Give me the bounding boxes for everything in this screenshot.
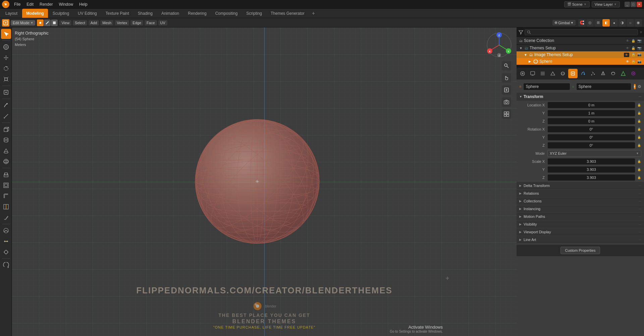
- rotation-x-lock[interactable]: 🔒: [637, 128, 641, 131]
- outliner-filter[interactable]: [519, 30, 523, 35]
- line-art-header[interactable]: ▶ Line Art ···: [517, 236, 644, 243]
- tool-annotate[interactable]: [1, 100, 11, 110]
- snap-toggle[interactable]: 🧲: [578, 19, 586, 27]
- prop-tab-output[interactable]: [528, 69, 537, 78]
- view-magnify[interactable]: [502, 61, 511, 70]
- collections-header[interactable]: ▶ Collections ···: [517, 197, 644, 205]
- tool-cursor[interactable]: [1, 42, 11, 52]
- transform-section-header[interactable]: ▼ Transform ···: [517, 93, 644, 101]
- transform-orientation[interactable]: ⊕ Gimbal ▼: [552, 20, 576, 26]
- shading-rendered[interactable]: ○: [627, 19, 634, 27]
- tool-bevel[interactable]: [1, 191, 11, 201]
- tool-knife[interactable]: [1, 212, 11, 223]
- shading-material[interactable]: ◑: [619, 19, 626, 27]
- tool-add-cone[interactable]: [1, 146, 11, 156]
- tool-measure[interactable]: [1, 111, 11, 121]
- xray-toggle[interactable]: ◧: [602, 19, 610, 27]
- scene-selector[interactable]: 🎬 Scene ▼: [564, 1, 590, 7]
- menu-window[interactable]: Window: [56, 1, 76, 7]
- prop-tab-data[interactable]: [619, 69, 628, 78]
- tool-transform[interactable]: [1, 87, 11, 97]
- view-camera[interactable]: [502, 97, 511, 107]
- prop-tab-view-layer[interactable]: [538, 69, 547, 78]
- location-z-field[interactable]: 0 m: [547, 118, 635, 125]
- vertex-menu[interactable]: Vertex: [115, 20, 129, 26]
- tool-shrink-fatten[interactable]: [1, 247, 11, 257]
- prop-tab-render[interactable]: [518, 69, 527, 78]
- edge-select-mode[interactable]: [44, 19, 51, 26]
- tool-inset[interactable]: [1, 180, 11, 190]
- add-menu[interactable]: Add: [89, 20, 99, 26]
- viewport-3d[interactable]: Right Orthographic (54) Sphere Meters: [12, 28, 517, 336]
- visibility-header[interactable]: ▶ Visibility ···: [517, 221, 644, 228]
- location-x-lock[interactable]: 🔒: [637, 103, 641, 107]
- custom-properties-button[interactable]: Custom Properties: [560, 247, 600, 254]
- menu-edit[interactable]: Edit: [24, 1, 36, 7]
- location-x-field[interactable]: 0 m: [547, 102, 635, 108]
- motion-paths-header[interactable]: ▶ Motion Paths ···: [517, 213, 644, 220]
- tab-layout[interactable]: Layout: [1, 9, 21, 18]
- rotation-z-field[interactable]: 0°: [547, 142, 635, 149]
- tool-rotate[interactable]: [1, 63, 11, 74]
- visibility-eye1[interactable]: 👁: [626, 39, 629, 43]
- tab-themes-generator[interactable]: Themes Generator: [267, 9, 309, 18]
- tab-animation[interactable]: Animation: [157, 9, 183, 18]
- prop-tab-constraints[interactable]: [608, 69, 618, 78]
- scale-z-lock[interactable]: 🔒: [637, 176, 641, 179]
- object-name-input[interactable]: Sphere: [523, 83, 570, 90]
- tool-move[interactable]: [1, 53, 11, 63]
- prop-tab-scene[interactable]: [548, 69, 557, 78]
- view-menu[interactable]: View: [59, 20, 71, 26]
- prop-tab-material[interactable]: [629, 69, 638, 78]
- rotation-mode-select[interactable]: XYZ Euler ▼: [547, 150, 641, 157]
- scale-x-field[interactable]: 3.903: [547, 158, 635, 165]
- visibility-restrict[interactable]: 🔒: [631, 39, 635, 43]
- menu-render[interactable]: Render: [37, 1, 55, 7]
- shading-eevee[interactable]: ◉: [635, 19, 642, 27]
- location-z-lock[interactable]: 🔒: [637, 119, 641, 123]
- prop-tab-modifier[interactable]: [578, 69, 588, 78]
- image-themes-collection[interactable]: ▼ 🗂 Image Themes Setup 👁 🔒 📷: [517, 51, 644, 58]
- vertex-select-mode[interactable]: [37, 19, 44, 26]
- face-select-mode[interactable]: [51, 19, 58, 26]
- tab-rendering[interactable]: Rendering: [184, 9, 210, 18]
- tab-texture-paint[interactable]: Texture Paint: [102, 9, 133, 18]
- scale-x-lock[interactable]: 🔒: [637, 160, 641, 163]
- edge-menu[interactable]: Edge: [130, 20, 143, 26]
- prop-tab-world[interactable]: [558, 69, 568, 78]
- face-menu[interactable]: Face: [145, 20, 157, 26]
- overlay-toggle[interactable]: ⊞: [594, 19, 602, 27]
- location-y-lock[interactable]: 🔒: [637, 111, 641, 115]
- add-workspace-button[interactable]: +: [309, 9, 318, 18]
- shading-solid[interactable]: ●: [610, 19, 618, 27]
- rotation-x-field[interactable]: 0°: [547, 126, 635, 133]
- scale-y-lock[interactable]: 🔒: [637, 168, 641, 171]
- object-properties-extra[interactable]: ⚙: [638, 84, 641, 89]
- outliner-search-box[interactable]: [525, 29, 638, 35]
- navigation-gizmo[interactable]: Z Y X -Z: [486, 32, 513, 58]
- relations-header[interactable]: ▶ Relations ···: [517, 190, 644, 197]
- delta-transform-header[interactable]: ▶ Delta Transform ···: [517, 182, 644, 189]
- window-close[interactable]: ✕: [637, 2, 642, 7]
- view-zoom[interactable]: [502, 85, 511, 95]
- uv-menu[interactable]: UV: [158, 20, 167, 26]
- outliner-filter-icon[interactable]: ≡: [640, 30, 642, 34]
- tool-select[interactable]: [1, 29, 11, 39]
- instancing-header[interactable]: ▶ Instancing ···: [517, 205, 644, 212]
- tool-smooth[interactable]: [1, 226, 11, 236]
- tab-compositing[interactable]: Compositing: [211, 9, 242, 18]
- tool-vertex-slide[interactable]: [1, 236, 11, 246]
- mesh-menu[interactable]: Mesh: [100, 20, 113, 26]
- rotation-y-lock[interactable]: 🔒: [637, 136, 641, 139]
- view-hand[interactable]: [502, 73, 511, 83]
- edit-mode-dropdown[interactable]: Edit Mode ▼: [11, 20, 35, 26]
- tool-loop-cut[interactable]: [1, 202, 11, 212]
- menu-help[interactable]: Help: [76, 1, 90, 7]
- window-maximize[interactable]: □: [631, 2, 636, 7]
- rotation-z-lock[interactable]: 🔒: [637, 144, 641, 147]
- fake-user-button[interactable]: F: [634, 84, 636, 89]
- tool-add-sphere[interactable]: [1, 156, 11, 166]
- mesh-name-input[interactable]: Sphere: [576, 83, 631, 90]
- tool-add-cube[interactable]: [1, 124, 11, 134]
- tool-spin[interactable]: [1, 260, 11, 270]
